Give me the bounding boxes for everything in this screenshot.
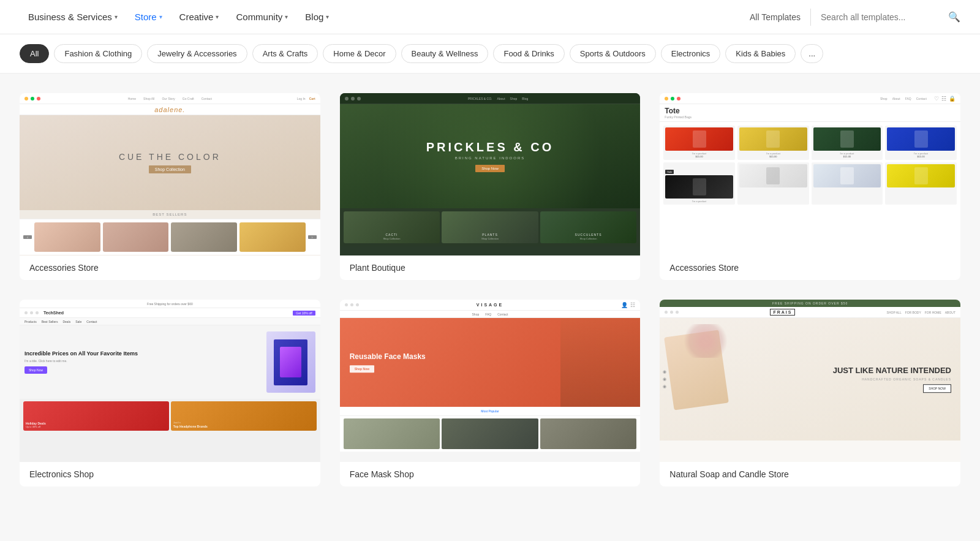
card-label-tote: Accessories Store	[660, 255, 960, 280]
chevron-down-icon: ▾	[159, 13, 162, 20]
template-card-accessories-1[interactable]: HomeShop AllOur StoryGo CraftContact Log…	[20, 93, 320, 280]
all-templates-label: All Templates	[750, 12, 801, 22]
card-label-face-mask: Face Mask Shop	[340, 462, 641, 486]
filter-more[interactable]: ...	[801, 44, 823, 63]
tech-promo1-sub: Up to 30% off	[26, 425, 167, 428]
face-most-popular: Most Popular	[345, 409, 636, 413]
face-brand: VISAGE	[361, 303, 619, 307]
filter-food[interactable]: Food & Drinks	[493, 44, 564, 63]
plant-subtitle: BRING NATURE INDOORS	[455, 156, 526, 160]
tech-hero-title: Incredible Prices on All Your Favorite I…	[24, 350, 262, 358]
tech-brand: TechShed	[43, 311, 64, 315]
soap-hero-sub: HANDCRAFTED ORGANIC SOAPS & CANDLES	[833, 377, 951, 381]
main-nav: Business & Services ▾ Store ▾ Creative ▾…	[0, 0, 980, 34]
acc1-hero-title: CUE THE COLOR	[119, 152, 221, 162]
soap-brand: FRAIS	[770, 309, 795, 316]
face-hero-title: Reusable Face Masks	[350, 352, 426, 362]
tote-tagline: Funky Printed Bags	[665, 115, 692, 119]
tech-promo: Get 10% off	[293, 311, 315, 316]
card-label-plant: Plant Boutique	[340, 255, 641, 280]
template-grid: HomeShop AllOur StoryGo CraftContact Log…	[0, 74, 980, 506]
chevron-down-icon: ▾	[285, 13, 288, 20]
acc1-best-sellers: BEST SELLERS	[20, 210, 320, 219]
filter-all[interactable]: All	[20, 44, 49, 63]
nav-item-business[interactable]: Business & Services ▾	[20, 0, 126, 34]
filter-bar: All Fashion & Clothing Jewelry & Accesso…	[0, 34, 980, 74]
nav-item-community[interactable]: Community ▾	[227, 0, 296, 34]
tech-promo2-sub: Top Headphone Brands	[173, 425, 314, 428]
template-card-plant[interactable]: PRICKLES & CO.AboutShopBlog PRICKLES & C…	[340, 93, 641, 280]
card-label-soap: Natural Soap and Candle Store	[660, 462, 960, 486]
template-card-soap[interactable]: FREE SHIPPING ON ORDER OVER $50 FRAIS SH…	[660, 300, 960, 486]
search-input[interactable]	[821, 12, 943, 22]
nav-item-creative[interactable]: Creative ▾	[171, 0, 228, 34]
nav-item-store[interactable]: Store ▾	[126, 0, 171, 34]
tech-hero-sub: I'm a title. Click here to edit me.	[24, 359, 262, 363]
filter-home[interactable]: Home & Decor	[323, 44, 396, 63]
template-card-face-mask[interactable]: VISAGE 👤☷ ShopFAQContact Reusable Face M…	[340, 300, 641, 486]
chevron-down-icon: ▾	[115, 13, 118, 20]
filter-sports[interactable]: Sports & Outdoors	[570, 44, 656, 63]
chevron-down-icon: ▾	[326, 13, 329, 20]
filter-fashion[interactable]: Fashion & Clothing	[54, 44, 142, 63]
soap-promo-banner: FREE SHIPPING ON ORDER OVER $50	[772, 301, 848, 305]
template-card-tote[interactable]: ShopAboutFAQContact ♡☷🔒 Tote Funky Print…	[660, 93, 960, 280]
filter-kids[interactable]: Kids & Babies	[725, 44, 796, 63]
tote-brand: Tote	[665, 107, 692, 115]
face-hero-btn: Shop Now	[350, 365, 374, 373]
chevron-down-icon: ▾	[216, 13, 219, 20]
tech-promo2-just-in: Just In	[173, 421, 314, 424]
plant-title: PRICKLES & CO	[426, 140, 554, 154]
tech-free-ship: Free Shipping for orders over $60	[20, 300, 320, 308]
filter-arts[interactable]: Arts & Crafts	[252, 44, 318, 63]
template-card-electronics[interactable]: Free Shipping for orders over $60 TechSh…	[20, 300, 320, 486]
filter-electronics[interactable]: Electronics	[661, 44, 721, 63]
tech-hero-btn: Shop Now	[24, 366, 47, 374]
search-button[interactable]: 🔍	[948, 11, 960, 23]
filter-beauty[interactable]: Beauty & Wellness	[401, 44, 489, 63]
soap-hero-title: JUST LIKE NATURE INTENDED	[833, 366, 951, 376]
nav-item-blog[interactable]: Blog ▾	[296, 0, 337, 34]
plant-btn: Shop Now	[475, 165, 505, 172]
soap-hero-btn: SHOP NOW	[923, 384, 951, 393]
filter-jewelry[interactable]: Jewelry & Accessories	[147, 44, 247, 63]
card-label-accessories-1: Accessories Store	[20, 255, 320, 280]
card-label-electronics: Electronics Shop	[20, 462, 320, 486]
